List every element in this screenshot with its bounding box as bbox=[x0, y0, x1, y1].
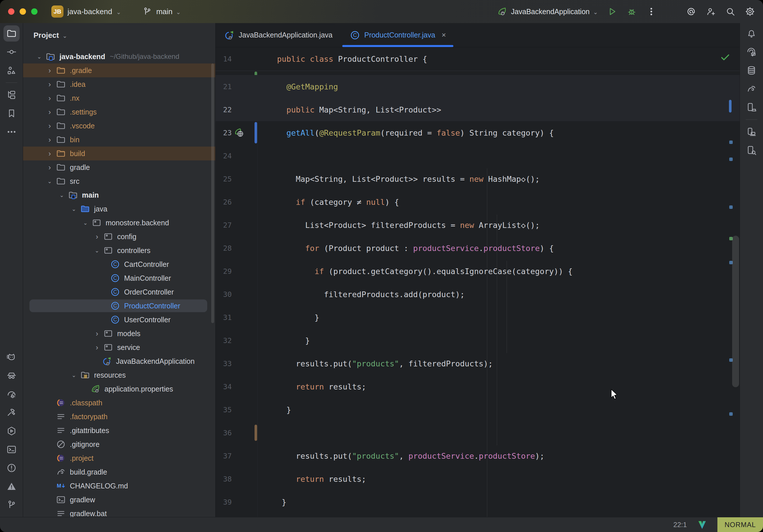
line-number[interactable]: 34 bbox=[216, 382, 232, 391]
line-number[interactable]: 25 bbox=[216, 175, 232, 183]
notifications-bell-icon[interactable] bbox=[743, 25, 760, 42]
chevron-down-icon[interactable]: ⌄ bbox=[80, 220, 91, 226]
tree-item-cartcontroller[interactable]: CCartController bbox=[23, 257, 215, 271]
line-number[interactable]: 38 bbox=[216, 475, 232, 483]
tree-item-build[interactable]: ›build bbox=[23, 147, 215, 160]
code-line-24[interactable]: 24 bbox=[216, 144, 740, 167]
tree-item-monostore-backend[interactable]: ⌄monostore.backend bbox=[23, 216, 215, 230]
close-window-button[interactable] bbox=[8, 8, 14, 15]
tree-item-changelog-md[interactable]: MCHANGELOG.md bbox=[23, 479, 215, 493]
build-hammer-icon[interactable] bbox=[3, 404, 20, 421]
device-manager-icon[interactable] bbox=[743, 99, 760, 115]
tree-item-gradle[interactable]: ›gradle bbox=[23, 160, 215, 174]
tree-item--gitignore[interactable]: .gitignore bbox=[23, 437, 215, 451]
chevron-right-icon[interactable]: › bbox=[44, 149, 55, 158]
ideavim-icon[interactable] bbox=[697, 520, 707, 530]
zoom-window-button[interactable] bbox=[31, 8, 38, 15]
code-line-34[interactable]: 34 return results; bbox=[216, 375, 740, 398]
chevron-right-icon[interactable]: › bbox=[44, 135, 55, 144]
chevron-right-icon[interactable]: › bbox=[44, 66, 55, 75]
vcs-modified-marker[interactable] bbox=[255, 425, 257, 441]
line-number[interactable]: 29 bbox=[216, 267, 232, 275]
bookmarks-icon[interactable] bbox=[3, 105, 20, 122]
tree-item-resources[interactable]: ⌄resources bbox=[23, 368, 215, 382]
copilot-cat-icon[interactable] bbox=[3, 349, 20, 365]
chevron-right-icon[interactable]: › bbox=[91, 232, 103, 241]
code-line-35[interactable]: 35 } bbox=[216, 398, 740, 421]
settings-button[interactable] bbox=[744, 6, 755, 17]
ai-assistant-button[interactable] bbox=[686, 6, 697, 17]
line-number[interactable]: 39 bbox=[216, 498, 232, 506]
code-line-21[interactable]: 21 @GetMapping bbox=[216, 75, 740, 98]
code-line-39[interactable]: 39 } bbox=[216, 490, 740, 513]
code-line-30[interactable]: 30 filteredProducts.add(product); bbox=[216, 283, 740, 306]
project-panel-title[interactable]: Project bbox=[34, 31, 59, 40]
tree-item--settings[interactable]: ›.settings bbox=[23, 105, 215, 119]
tree-item--nx[interactable]: ›.nx bbox=[23, 91, 215, 105]
warning-triangle-icon[interactable] bbox=[3, 479, 20, 494]
project-folder-icon[interactable] bbox=[3, 25, 20, 42]
branch-widget[interactable]: main ⌄ bbox=[142, 6, 181, 17]
code-line-31[interactable]: 31 } bbox=[216, 306, 740, 329]
code-line-25[interactable]: 25 Map<String, List<Product>> results = … bbox=[216, 167, 740, 190]
incognito-icon[interactable] bbox=[3, 368, 20, 384]
line-number[interactable]: 33 bbox=[216, 360, 232, 368]
line-number[interactable]: 21 bbox=[216, 82, 232, 91]
code-editor[interactable]: 14public class ProductController { 21 @G… bbox=[216, 47, 740, 517]
tab-productcontroller[interactable]: C ProductController.java × bbox=[341, 23, 455, 47]
chevron-down-icon[interactable]: ⌄ bbox=[44, 178, 55, 185]
caret-position[interactable]: 22:1 bbox=[673, 521, 687, 529]
debug-button[interactable] bbox=[626, 6, 637, 17]
code-line-32[interactable]: 32 } bbox=[216, 329, 740, 352]
tree-item-gradlew-bat[interactable]: gradlew.bat bbox=[23, 507, 215, 517]
more-horizontal-icon[interactable] bbox=[3, 124, 20, 140]
tree-item-gradlew[interactable]: gradlew bbox=[23, 493, 215, 507]
line-number[interactable]: 32 bbox=[216, 336, 232, 345]
run-configuration-selector[interactable]: JavaBackendApplication ⌄ bbox=[496, 6, 598, 17]
tree-item--gitattributes[interactable]: .gitattributes bbox=[23, 424, 215, 437]
tree-item-usercontroller[interactable]: CUserController bbox=[23, 313, 215, 327]
line-number[interactable]: 35 bbox=[216, 406, 232, 414]
code-with-me-button[interactable] bbox=[705, 6, 716, 17]
structure-icon[interactable] bbox=[3, 62, 20, 78]
stripe-mark[interactable] bbox=[729, 412, 733, 416]
problems-icon[interactable] bbox=[3, 460, 20, 476]
tree-item-java[interactable]: ⌄java bbox=[23, 202, 215, 216]
line-number[interactable]: 28 bbox=[216, 244, 232, 253]
chevron-right-icon[interactable]: › bbox=[91, 329, 103, 338]
run-button[interactable] bbox=[606, 6, 617, 17]
tree-item-src[interactable]: ⌄src bbox=[23, 174, 215, 188]
minimize-window-button[interactable] bbox=[20, 8, 26, 15]
project-widget[interactable]: JB java-backend ⌄ bbox=[52, 5, 121, 18]
tree-item-maincontroller[interactable]: CMainController bbox=[23, 271, 215, 285]
code-line-28[interactable]: 28 for (Product product : productService… bbox=[216, 237, 740, 260]
tree-item-build-gradle[interactable]: build.gradle bbox=[23, 465, 215, 479]
git-branch-icon[interactable] bbox=[3, 497, 20, 513]
code-line-36[interactable]: 36 bbox=[216, 421, 740, 444]
chevron-right-icon[interactable]: › bbox=[44, 163, 55, 172]
chevron-down-icon[interactable]: ⌄ bbox=[68, 372, 80, 378]
device-explorer-icon[interactable] bbox=[743, 142, 760, 159]
chevron-down-icon[interactable]: ⌄ bbox=[56, 192, 67, 198]
code-line-22[interactable]: 22 public Map<String, List<Product>> bbox=[216, 98, 740, 121]
tree-item--vscode[interactable]: ›.vscode bbox=[23, 119, 215, 133]
search-everywhere-button[interactable] bbox=[725, 6, 736, 17]
chevron-down-icon[interactable]: ⌄ bbox=[91, 247, 103, 254]
gradle-elephant-icon[interactable] bbox=[743, 81, 760, 97]
stripe-mark[interactable] bbox=[729, 100, 731, 113]
stripe-mark[interactable] bbox=[729, 141, 733, 144]
chevron-right-icon[interactable]: › bbox=[44, 94, 55, 103]
tree-item--project[interactable]: .project bbox=[23, 451, 215, 465]
line-number[interactable]: 30 bbox=[216, 290, 232, 299]
chevron-down-icon[interactable]: ⌄ bbox=[34, 53, 45, 60]
code-line-33[interactable]: 33 results.put("products", filteredProdu… bbox=[216, 352, 740, 375]
inspections-ok-icon[interactable] bbox=[720, 52, 730, 63]
services-hexagon-icon[interactable] bbox=[3, 423, 20, 439]
tree-item-models[interactable]: ›models bbox=[23, 327, 215, 341]
code-line-23[interactable]: 23 getAll(@RequestParam(required = false… bbox=[216, 121, 740, 144]
terminal-icon[interactable] bbox=[3, 441, 20, 458]
line-number[interactable]: 27 bbox=[216, 221, 232, 229]
more-actions-button[interactable] bbox=[646, 6, 657, 17]
close-tab-icon[interactable]: × bbox=[442, 31, 446, 40]
line-number[interactable]: 26 bbox=[216, 198, 232, 206]
